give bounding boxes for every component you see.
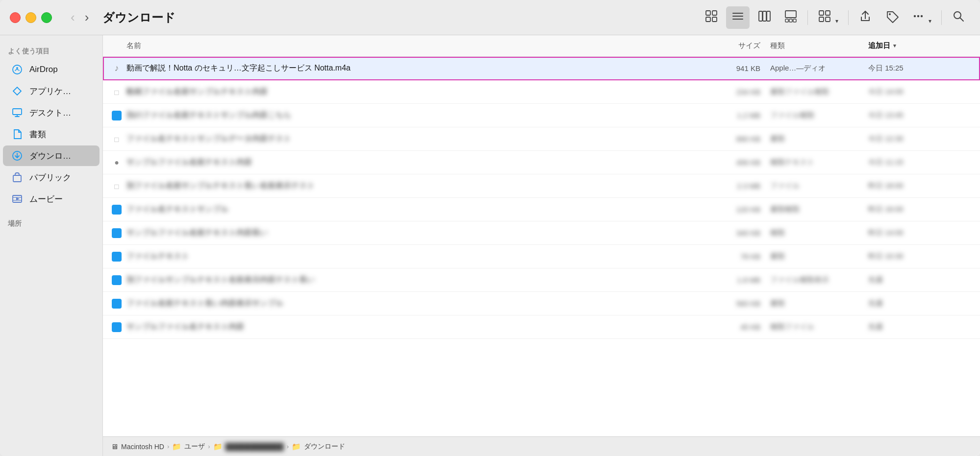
svg-point-21 xyxy=(921,15,923,17)
file-row-2[interactable]: ◻ 動画ファイル名前サンプルテキスト内容 234 KB 書類ファイル種類 今日 … xyxy=(103,80,980,104)
documents-label: 書類 xyxy=(29,129,46,140)
file-row-9[interactable]: ファイルテキスト 78 KB 書類 昨日 10:30 xyxy=(103,245,980,268)
file-name-5: サンプルファイル名前テキスト内容 xyxy=(126,157,702,168)
file-date-12: 先週 xyxy=(868,322,976,332)
file-icon-8 xyxy=(112,228,122,238)
svg-point-18 xyxy=(889,13,891,15)
file-icon-cell-3 xyxy=(107,111,126,120)
file-icon-6: ◻ xyxy=(111,180,123,192)
downloads-label: ダウンロ… xyxy=(29,150,71,162)
file-name-3: 別のファイル名前テキストサンプル内容こちら xyxy=(126,110,702,120)
back-button[interactable]: ‹ xyxy=(67,8,79,27)
file-row-3[interactable]: 別のファイル名前テキストサンプル内容こちら 1.2 MB ファイル種類 今日 1… xyxy=(103,104,980,127)
minimize-button[interactable] xyxy=(25,12,36,23)
maximize-button[interactable] xyxy=(41,12,52,23)
sidebar-item-public[interactable]: パブリック xyxy=(3,167,100,188)
sidebar-item-desktop[interactable]: デスクト… xyxy=(3,102,100,123)
downloads-breadcrumb-icon: 📁 xyxy=(292,442,301,451)
list-view-button[interactable] xyxy=(726,6,750,29)
file-icon-cell-10 xyxy=(107,275,126,285)
breadcrumb-downloads[interactable]: 📁 ダウンロード xyxy=(292,442,345,451)
titlebar: ‹ › ダウンロード xyxy=(0,0,980,35)
file-icon-cell-6: ◻ xyxy=(107,180,126,192)
sidebar-item-movies[interactable]: ムービー xyxy=(3,189,100,209)
file-row-11[interactable]: ファイル名前テキスト長い内容表示サンプル 560 KB 書類 先週 xyxy=(103,292,980,315)
file-size-4: 890 KB xyxy=(702,135,770,143)
forward-button[interactable]: › xyxy=(81,8,93,27)
file-size-6: 2.3 MB xyxy=(702,182,770,190)
file-name-12: サンプルファイル名テキスト内容 xyxy=(126,322,702,332)
username-label: ████████████ xyxy=(226,443,284,451)
sidebar-item-documents[interactable]: 書類 xyxy=(3,124,100,144)
status-bar: 🖥 Macintosh HD › 📁 ユーザ › 📁 ████████████ … xyxy=(103,436,980,456)
close-button[interactable] xyxy=(10,12,21,23)
col-date-header[interactable]: 追加日 ▾ xyxy=(868,41,976,50)
col-kind-header[interactable]: 種類 xyxy=(770,41,868,50)
sidebar-item-downloads[interactable]: ダウンロ… xyxy=(3,145,100,166)
file-size-10: 1.8 MB xyxy=(702,276,770,284)
file-kind-6: ファイル xyxy=(770,181,868,191)
user-label: ユーザ xyxy=(184,442,205,451)
breadcrumb: 🖥 Macintosh HD › 📁 ユーザ › 📁 ████████████ … xyxy=(111,442,345,451)
file-row-10[interactable]: 別ファイルサンプルテキスト名前表示内容テスト長い 1.8 MB ファイル種類表示… xyxy=(103,268,980,292)
toolbar-divider-2 xyxy=(848,10,849,25)
svg-rect-1 xyxy=(712,11,717,15)
file-date-9: 昨日 10:30 xyxy=(868,252,976,261)
file-row-6[interactable]: ◻ 別ファイル名前サンプルテキスト長い名前表示テスト 2.3 MB ファイル 昨… xyxy=(103,174,980,198)
tag-button[interactable] xyxy=(880,6,904,29)
file-icon-cell-5: ● xyxy=(107,157,126,168)
finder-window: ‹ › ダウンロード xyxy=(0,0,980,456)
airdrop-icon xyxy=(11,63,24,76)
gallery-view-button[interactable] xyxy=(779,6,803,29)
public-label: パブリック xyxy=(29,172,71,183)
file-row-4[interactable]: ◻ ファイル名テキストサンプルデータ内容テスト 890 KB 書類 今日 12:… xyxy=(103,127,980,151)
group-button[interactable]: ▾ xyxy=(813,6,843,29)
docs-icon xyxy=(11,128,24,141)
svg-point-19 xyxy=(914,15,916,17)
svg-rect-12 xyxy=(789,19,792,22)
file-date-6: 昨日 18:00 xyxy=(868,181,976,191)
public-icon xyxy=(11,171,24,184)
icon-view-button[interactable] xyxy=(700,6,723,29)
file-date-2: 今日 14:00 xyxy=(868,87,976,96)
file-icon-2: ◻ xyxy=(111,86,123,98)
column-headers: 名前 サイズ 種類 追加日 ▾ xyxy=(103,35,980,57)
share-button[interactable] xyxy=(854,6,877,29)
file-icon-9 xyxy=(112,252,122,262)
username-icon: 📁 xyxy=(213,442,223,451)
search-button[interactable] xyxy=(947,6,970,29)
col-size-header[interactable]: サイズ xyxy=(702,41,770,50)
sidebar-item-applications[interactable]: アプリケ… xyxy=(3,81,100,101)
file-icon-cell-12 xyxy=(107,322,126,332)
toolbar-right: ▾ xyxy=(700,6,970,29)
svg-rect-16 xyxy=(819,17,824,22)
col-name-header[interactable]: 名前 xyxy=(107,41,702,50)
window-title: ダウンロード xyxy=(102,10,176,25)
breadcrumb-username[interactable]: 📁 ████████████ xyxy=(213,442,284,451)
breadcrumb-hd[interactable]: 🖥 Macintosh HD xyxy=(111,442,164,451)
file-row-8[interactable]: サンプルファイル名前テキスト内容長い 340 KB 種類 昨日 14:00 xyxy=(103,221,980,245)
file-icon-5: ● xyxy=(111,157,123,168)
desktop-label: デスクト… xyxy=(29,107,71,119)
file-icon-cell-8 xyxy=(107,228,126,238)
file-name-10: 別ファイルサンプルテキスト名前表示内容テスト長い xyxy=(126,275,702,285)
svg-rect-17 xyxy=(826,17,830,22)
file-row-5[interactable]: ● サンプルファイル名前テキスト内容 456 KB 種類テキスト 今日 11:1… xyxy=(103,151,980,174)
file-row-7[interactable]: ファイル名テキストサンプル 120 KB 書類種類 昨日 16:00 xyxy=(103,198,980,221)
traffic-lights xyxy=(10,12,52,23)
file-row-1[interactable]: ♪ 動画で解説！Notta のセキュリ…文字起こしサービス Notta.m4a … xyxy=(103,57,980,80)
column-view-button[interactable] xyxy=(753,6,776,29)
file-icon-cell-11 xyxy=(107,299,126,309)
file-kind-1: Apple…—ディオ xyxy=(770,64,868,73)
sort-chevron-icon: ▾ xyxy=(893,43,896,49)
nav-buttons: ‹ › xyxy=(67,8,93,27)
file-name-1: 動画で解説！Notta のセキュリ…文字起こしサービス Notta.m4a xyxy=(126,63,702,73)
file-icon-cell-1: ♪ xyxy=(107,63,126,74)
more-button[interactable]: ▾ xyxy=(906,6,936,29)
breadcrumb-user[interactable]: 📁 ユーザ xyxy=(172,442,205,451)
svg-rect-11 xyxy=(785,19,788,22)
file-name-2: 動画ファイル名前サンプルテキスト内容 xyxy=(126,87,702,97)
svg-rect-7 xyxy=(759,11,762,21)
sidebar-item-airdrop[interactable]: AirDrop xyxy=(3,59,100,80)
file-row-12[interactable]: サンプルファイル名テキスト内容 45 KB 種類ファイル 先週 xyxy=(103,315,980,339)
